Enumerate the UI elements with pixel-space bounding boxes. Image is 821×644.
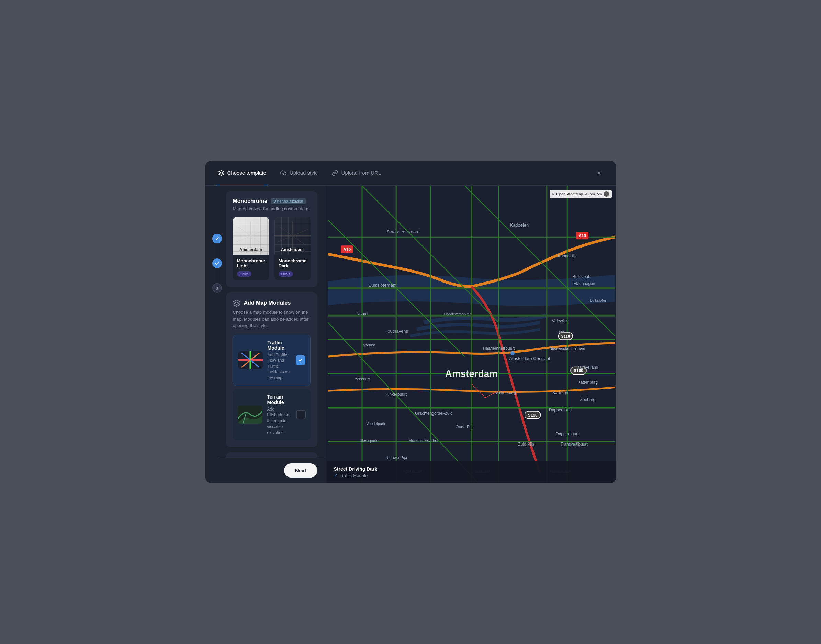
layers-icon (218, 170, 224, 176)
svg-text:Stadsdeel Noord: Stadsdeel Noord (386, 229, 420, 235)
monochrome-light-thumb: Amsterdam (233, 217, 269, 255)
terrain-module-checkbox[interactable] (296, 410, 306, 420)
traffic-module-desc: Add Traffic Flow and Traffic Incidents o… (268, 352, 291, 381)
svg-line-6 (233, 229, 248, 239)
svg-text:Kadoelen: Kadoelen (510, 222, 529, 228)
terrain-module-info: Terrain Module Add hillshade on the map … (267, 394, 291, 435)
left-panel: 3 Monochrome Data visualization Map opti… (205, 186, 326, 483)
map-panel: Amsterdam A10 A10 S100 S100 S116 Kadoele… (327, 186, 616, 483)
monochrome-badge: Data visualization (271, 198, 306, 204)
svg-text:A10: A10 (578, 233, 586, 238)
traffic-module-thumb (238, 351, 263, 369)
step-indicators: 3 (212, 234, 222, 293)
map-module-tag: ✓ Traffic Module (334, 473, 609, 478)
svg-text:Kattenburg: Kattenburg (577, 380, 597, 385)
dialog-footer: Next (218, 458, 326, 483)
close-button[interactable]: × (594, 168, 605, 179)
scroll-content: Monochrome Data visualization Map optimi… (218, 186, 326, 458)
svg-text:Buiksloterham: Buiksloterham (368, 282, 397, 288)
svg-text:Noord: Noord (356, 312, 367, 316)
wizard-header: Choose template Upload style Upload fro (205, 161, 616, 186)
monochrome-desc: Map optimized for adding custom data (233, 206, 311, 212)
svg-text:Buiksloter: Buiksloter (589, 298, 606, 302)
check-icon: ✓ (334, 473, 338, 478)
modules-header: Add Map Modules (233, 299, 311, 307)
info-icon[interactable]: i (604, 191, 609, 197)
svg-line-4 (238, 227, 264, 245)
name-style-section: Name style (226, 452, 317, 458)
tab-choose-template-label: Choose template (228, 170, 266, 176)
traffic-module-info: Traffic Module Add Traffic Flow and Traf… (268, 340, 291, 381)
tab-choose-template[interactable]: Choose template (217, 161, 268, 186)
monochrome-dark-card-info: Monochrome Dark Orbis (274, 255, 311, 280)
monochrome-dark-tag: Orbis (278, 271, 293, 277)
map-info-bar: Street Driving Dark ✓ Traffic Module (327, 462, 616, 483)
wizard-dialog: Choose template Upload style Upload fro (205, 161, 616, 483)
terrain-module-item[interactable]: Terrain Module Add hillshade on the map … (233, 389, 311, 440)
svg-text:Java-eiland: Java-eiland (577, 365, 598, 370)
map-style-title: Street Driving Dark (334, 466, 609, 472)
monochrome-light-map-label: Amsterdam (240, 247, 262, 252)
svg-text:Tuin: Tuin (557, 329, 564, 333)
svg-text:Houthavens: Houthavens (384, 328, 408, 334)
svg-line-5 (235, 229, 266, 242)
svg-text:Grachtengordel-Zuid: Grachtengordel-Zuid (415, 411, 452, 416)
svg-text:Vondelpark: Vondelpark (366, 422, 385, 426)
traffic-module-name: Traffic Module (268, 340, 291, 351)
tab-upload-url[interactable]: Upload from URL (330, 161, 382, 186)
svg-line-7 (254, 227, 269, 242)
svg-text:izenbuurt: izenbuurt (354, 377, 370, 381)
tab-upload-style[interactable]: Upload style (278, 161, 320, 186)
svg-text:Dapperbuurt: Dapperbuurt (556, 431, 579, 436)
map-background: Amsterdam A10 A10 S100 S100 S116 Kadoele… (327, 186, 616, 483)
svg-text:Volewijck: Volewijck (552, 319, 569, 324)
monochrome-light-tag: Orbis (237, 271, 251, 277)
svg-text:Transvaálbuurt: Transvaálbuurt (560, 442, 588, 446)
step-2-indicator (212, 259, 222, 268)
map-cards: Amsterdam Monochrome Light Orbis (233, 217, 311, 280)
svg-text:Elzenhagen: Elzenhagen (573, 281, 595, 286)
terrain-module-desc: Add hillshade on the map to visualize el… (267, 406, 291, 435)
svg-text:Nieuwe Pijp: Nieuwe Pijp (385, 455, 407, 460)
modules-icon (233, 299, 240, 307)
svg-text:Museumkwartier: Museumkwartier (409, 439, 439, 443)
terrain-module-name: Terrain Module (267, 394, 291, 405)
monochrome-dark-map-label: Amsterdam (281, 247, 304, 252)
svg-text:Buiksloot: Buiksloot (572, 274, 589, 279)
svg-text:Haarlemmerweg: Haarlemmerweg (444, 312, 471, 316)
monochrome-title: Monochrome (233, 198, 267, 204)
map-roads-svg: Amsterdam A10 A10 S100 S100 S116 Kadoele… (327, 186, 616, 483)
svg-text:Dapperbuurt: Dapperbuurt (549, 408, 572, 412)
modules-section: Add Map Modules Choose a map module to s… (226, 293, 317, 447)
monochrome-dark-thumb: Amsterdam (274, 217, 311, 255)
svg-text:Zeeburg: Zeeburg (580, 397, 595, 402)
upload-icon (280, 170, 287, 176)
svg-text:andlust: andlust (363, 343, 375, 347)
svg-text:S100: S100 (527, 413, 537, 418)
tab-upload-style-label: Upload style (290, 170, 318, 176)
traffic-module-checkbox[interactable] (296, 355, 305, 365)
svg-marker-14 (233, 300, 240, 303)
svg-text:A10: A10 (343, 247, 351, 252)
svg-line-13 (295, 227, 311, 242)
card-monochrome-dark[interactable]: Amsterdam Monochrome Dark Orbis (274, 217, 311, 280)
svg-text:Zuid Pijp: Zuid Pijp (518, 442, 534, 446)
monochrome-dark-name: Monochrome Dark (278, 258, 306, 268)
traffic-module-item[interactable]: Traffic Module Add Traffic Flow and Traf… (233, 335, 311, 386)
next-button[interactable]: Next (284, 463, 317, 477)
dialog-body: 3 Monochrome Data visualization Map opti… (205, 186, 616, 483)
map-attribution: © OpenStreetMap © TomTom i (550, 190, 612, 198)
svg-text:Kinkerbuurt: Kinkerbuurt (386, 392, 407, 397)
svg-text:Haarlemmerbuurt: Haarlemmerbuurt (483, 346, 515, 351)
svg-line-10 (280, 227, 305, 245)
svg-text:Amsterdam Centraal: Amsterdam Centraal (509, 356, 550, 361)
svg-text:Kanaaldijk: Kanaaldijk (558, 254, 577, 259)
modules-desc: Choose a map module to show on the map. … (233, 309, 311, 329)
link-icon (332, 170, 338, 176)
svg-text:S116: S116 (561, 334, 570, 339)
close-icon: × (597, 169, 601, 177)
card-monochrome-light[interactable]: Amsterdam Monochrome Light Orbis (233, 217, 269, 280)
modules-title: Add Map Modules (244, 300, 291, 306)
step-line-1 (217, 244, 217, 259)
step-1-indicator (212, 234, 222, 244)
